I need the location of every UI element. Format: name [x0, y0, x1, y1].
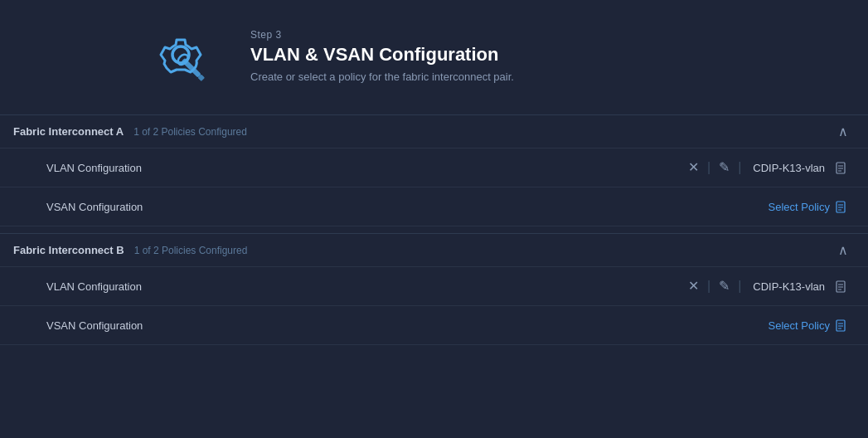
- config-row-vsan-b: VSAN ConfigurationSelect Policy: [0, 305, 868, 345]
- step-icon: [149, 20, 224, 95]
- step-label: Step 3: [250, 29, 514, 41]
- separator: |: [736, 279, 743, 294]
- config-actions-vsan-a: Select Policy: [769, 199, 848, 214]
- sections-container: Fabric Interconnect A1 of 2 Policies Con…: [0, 114, 868, 345]
- header-text: Step 3 VLAN & VSAN Configuration Create …: [250, 29, 514, 85]
- svg-rect-1: [182, 58, 201, 78]
- select-policy-label: Select Policy: [769, 201, 830, 213]
- config-actions-vlan-b: ✕|✎|CDIP-K13-vlan: [688, 279, 848, 294]
- section-title-fabric-b: Fabric Interconnect B: [13, 244, 124, 256]
- separator: |: [706, 160, 712, 175]
- config-row-vlan-b: VLAN Configuration✕|✎|CDIP-K13-vlan: [0, 266, 868, 305]
- select-policy-icon: [835, 318, 848, 333]
- separator: |: [736, 160, 743, 175]
- document-icon[interactable]: [835, 279, 848, 294]
- section-title-fabric-a: Fabric Interconnect A: [13, 125, 124, 138]
- policy-name: CDIP-K13-vlan: [753, 162, 825, 174]
- config-actions-vlan-a: ✕|✎|CDIP-K13-vlan: [688, 160, 848, 175]
- config-label-vsan-b: VSAN Configuration: [46, 319, 143, 332]
- edit-icon[interactable]: ✎: [719, 280, 730, 293]
- select-policy-button-vsan-a[interactable]: Select Policy: [769, 199, 848, 214]
- config-label-vlan-b: VLAN Configuration: [46, 280, 142, 293]
- section-subtitle-fabric-a: 1 of 2 Policies Configured: [133, 126, 247, 138]
- edit-icon[interactable]: ✎: [719, 161, 730, 174]
- section-subtitle-fabric-b: 1 of 2 Policies Configured: [134, 245, 248, 256]
- policy-name: CDIP-K13-vlan: [753, 280, 825, 293]
- section-header-fabric-b[interactable]: Fabric Interconnect B1 of 2 Policies Con…: [0, 234, 868, 266]
- separator: |: [706, 279, 712, 294]
- section-header-fabric-a[interactable]: Fabric Interconnect A1 of 2 Policies Con…: [0, 115, 868, 148]
- section-fabric-b: Fabric Interconnect B1 of 2 Policies Con…: [0, 233, 868, 345]
- section-fabric-a: Fabric Interconnect A1 of 2 Policies Con…: [0, 114, 868, 226]
- config-row-vsan-a: VSAN ConfigurationSelect Policy: [0, 187, 868, 226]
- select-policy-label: Select Policy: [769, 319, 830, 332]
- step-title: VLAN & VSAN Configuration: [250, 44, 514, 66]
- document-icon[interactable]: [835, 160, 848, 175]
- select-policy-button-vsan-b[interactable]: Select Policy: [769, 318, 848, 333]
- close-icon[interactable]: ✕: [688, 161, 699, 174]
- config-label-vsan-a: VSAN Configuration: [46, 201, 143, 213]
- step-desc: Create or select a policy for the fabric…: [250, 69, 514, 85]
- config-label-vlan-a: VLAN Configuration: [46, 162, 142, 174]
- chevron-up-icon: ∧: [838, 242, 848, 258]
- page-header: Step 3 VLAN & VSAN Configuration Create …: [0, 0, 868, 114]
- config-row-vlan-a: VLAN Configuration✕|✎|CDIP-K13-vlan: [0, 148, 868, 187]
- close-icon[interactable]: ✕: [688, 280, 699, 293]
- config-actions-vsan-b: Select Policy: [769, 318, 848, 333]
- chevron-up-icon: ∧: [838, 124, 848, 139]
- select-policy-icon: [835, 199, 848, 214]
